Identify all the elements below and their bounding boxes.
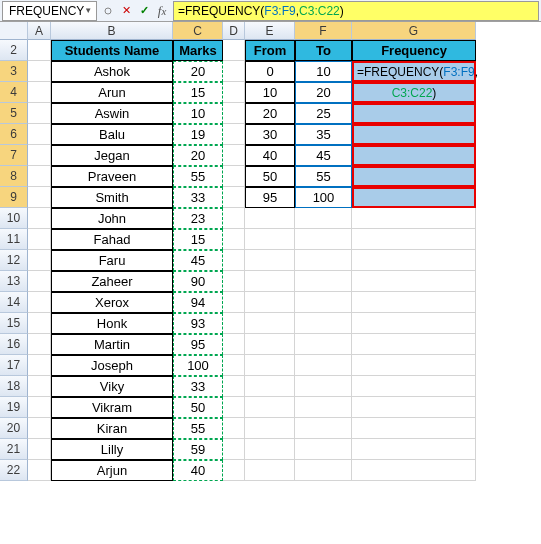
cell-E21[interactable] — [245, 439, 295, 460]
cell-marks[interactable]: 15 — [173, 229, 223, 250]
cell-to[interactable]: 55 — [295, 166, 352, 187]
cell-D9[interactable] — [223, 187, 245, 208]
cell-frequency[interactable] — [352, 187, 476, 208]
row-header-15[interactable]: 15 — [0, 313, 28, 334]
cell-marks[interactable]: 94 — [173, 292, 223, 313]
cell-F11[interactable] — [295, 229, 352, 250]
col-header-A[interactable]: A — [28, 22, 51, 40]
cell-marks[interactable]: 10 — [173, 103, 223, 124]
row-header-14[interactable]: 14 — [0, 292, 28, 313]
row-header-11[interactable]: 11 — [0, 229, 28, 250]
cell-marks[interactable]: 40 — [173, 460, 223, 481]
col-header-B[interactable]: B — [51, 22, 173, 40]
row-header-20[interactable]: 20 — [0, 418, 28, 439]
spreadsheet-grid[interactable]: ABCDEFG2Students NameMarksFromToFrequenc… — [0, 22, 541, 481]
cell-F20[interactable] — [295, 418, 352, 439]
cell-G22[interactable] — [352, 460, 476, 481]
row-header-6[interactable]: 6 — [0, 124, 28, 145]
cell-student-name[interactable]: Arun — [51, 82, 173, 103]
cell-marks[interactable]: 55 — [173, 418, 223, 439]
cell-A5[interactable] — [28, 103, 51, 124]
cell-to[interactable]: 35 — [295, 124, 352, 145]
cell-A21[interactable] — [28, 439, 51, 460]
cell-E14[interactable] — [245, 292, 295, 313]
cell-A20[interactable] — [28, 418, 51, 439]
cell-from[interactable]: 10 — [245, 82, 295, 103]
cell-A9[interactable] — [28, 187, 51, 208]
cell-marks[interactable]: 15 — [173, 82, 223, 103]
row-header-16[interactable]: 16 — [0, 334, 28, 355]
cell-frequency-formula-cont[interactable]: C3:C22) — [352, 82, 476, 103]
cell-marks[interactable]: 19 — [173, 124, 223, 145]
row-header-12[interactable]: 12 — [0, 250, 28, 271]
cell-F13[interactable] — [295, 271, 352, 292]
cell-D16[interactable] — [223, 334, 245, 355]
row-header-17[interactable]: 17 — [0, 355, 28, 376]
cell-student-name[interactable]: Smith — [51, 187, 173, 208]
confirm-icon[interactable]: ✓ — [135, 2, 153, 20]
cell-G20[interactable] — [352, 418, 476, 439]
row-header-8[interactable]: 8 — [0, 166, 28, 187]
row-header-18[interactable]: 18 — [0, 376, 28, 397]
cell-F19[interactable] — [295, 397, 352, 418]
cell-A7[interactable] — [28, 145, 51, 166]
cell-marks[interactable]: 33 — [173, 187, 223, 208]
cell-D22[interactable] — [223, 460, 245, 481]
row-header-2[interactable]: 2 — [0, 40, 28, 61]
cell-student-name[interactable]: Zaheer — [51, 271, 173, 292]
col-header-C[interactable]: C — [173, 22, 223, 40]
cell-A11[interactable] — [28, 229, 51, 250]
cell-to[interactable]: 25 — [295, 103, 352, 124]
cell-student-name[interactable]: Xerox — [51, 292, 173, 313]
fx-icon[interactable]: fx — [153, 2, 171, 20]
row-header-4[interactable]: 4 — [0, 82, 28, 103]
cell-F14[interactable] — [295, 292, 352, 313]
cell-student-name[interactable]: Balu — [51, 124, 173, 145]
cell-frequency-formula[interactable]: =FREQUENCY(F3:F9, — [352, 61, 476, 82]
cell-G19[interactable] — [352, 397, 476, 418]
cell-student-name[interactable]: Honk — [51, 313, 173, 334]
cell-D21[interactable] — [223, 439, 245, 460]
cell-from[interactable]: 40 — [245, 145, 295, 166]
cell-F17[interactable] — [295, 355, 352, 376]
row-header-5[interactable]: 5 — [0, 103, 28, 124]
cell-D11[interactable] — [223, 229, 245, 250]
cell-G11[interactable] — [352, 229, 476, 250]
cell-E13[interactable] — [245, 271, 295, 292]
cell-G18[interactable] — [352, 376, 476, 397]
cell-marks[interactable]: 20 — [173, 61, 223, 82]
cell-to[interactable]: 45 — [295, 145, 352, 166]
cell-D8[interactable] — [223, 166, 245, 187]
cell-student-name[interactable]: Viky — [51, 376, 173, 397]
cell-frequency[interactable] — [352, 145, 476, 166]
cell-D18[interactable] — [223, 376, 245, 397]
row-header-7[interactable]: 7 — [0, 145, 28, 166]
row-header-10[interactable]: 10 — [0, 208, 28, 229]
dropdown-icon[interactable]: ▼ — [84, 6, 92, 15]
cell-marks[interactable]: 90 — [173, 271, 223, 292]
cell-D19[interactable] — [223, 397, 245, 418]
cell-from[interactable]: 20 — [245, 103, 295, 124]
expand-icon[interactable] — [99, 2, 117, 20]
cell-marks[interactable]: 59 — [173, 439, 223, 460]
cell-marks[interactable]: 55 — [173, 166, 223, 187]
cell-A15[interactable] — [28, 313, 51, 334]
cell-A14[interactable] — [28, 292, 51, 313]
cell-student-name[interactable]: Lilly — [51, 439, 173, 460]
cell-A12[interactable] — [28, 250, 51, 271]
cell-student-name[interactable]: Praveen — [51, 166, 173, 187]
cell-marks[interactable]: 45 — [173, 250, 223, 271]
cancel-icon[interactable]: ✕ — [117, 2, 135, 20]
row-header-19[interactable]: 19 — [0, 397, 28, 418]
cell-student-name[interactable]: Fahad — [51, 229, 173, 250]
cell-D6[interactable] — [223, 124, 245, 145]
cell-E10[interactable] — [245, 208, 295, 229]
cell-F18[interactable] — [295, 376, 352, 397]
cell-D15[interactable] — [223, 313, 245, 334]
cell-E12[interactable] — [245, 250, 295, 271]
col-header-G[interactable]: G — [352, 22, 476, 40]
cell-A2[interactable] — [28, 40, 51, 61]
cell-student-name[interactable]: John — [51, 208, 173, 229]
cell-D4[interactable] — [223, 82, 245, 103]
formula-input[interactable]: =FREQUENCY(F3:F9,C3:C22) — [173, 1, 539, 21]
